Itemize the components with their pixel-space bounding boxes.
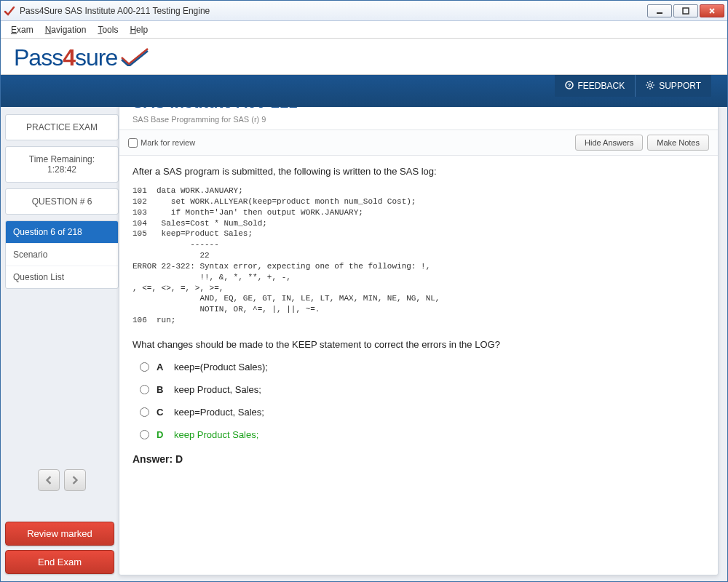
sidebar-nav-list: Question 6 of 218 Scenario Question List xyxy=(5,220,119,289)
option-c[interactable]: C keep=Product, Sales; xyxy=(140,407,705,418)
time-remaining-box: Time Remaining: 1:28:42 xyxy=(5,146,119,183)
menu-help[interactable]: Help xyxy=(125,23,152,36)
window-title: Pass4Sure SAS Institute A00-211 Testing … xyxy=(20,6,647,16)
question-panel: SAS Institute A00-211 SAS Base Programmi… xyxy=(119,107,719,575)
top-nav-bar: ? FEEDBACK SUPPORT xyxy=(1,75,727,107)
sidebar-item-question-progress[interactable]: Question 6 of 218 xyxy=(6,221,118,244)
question-number-box: QUESTION # 6 xyxy=(5,188,119,215)
sidebar-item-question-list[interactable]: Question List xyxy=(6,266,118,288)
support-button[interactable]: SUPPORT xyxy=(635,75,711,97)
svg-line-9 xyxy=(647,82,648,83)
close-button[interactable] xyxy=(700,4,724,17)
option-c-radio[interactable] xyxy=(140,407,149,417)
mark-for-review-checkbox[interactable] xyxy=(128,138,138,148)
brand-bar: Pass4sure xyxy=(1,39,727,75)
svg-line-11 xyxy=(647,87,648,87)
option-a-radio[interactable] xyxy=(140,362,149,372)
menu-exam[interactable]: Exam xyxy=(7,23,38,36)
end-exam-button[interactable]: End Exam xyxy=(5,550,114,574)
question-icon: ? xyxy=(565,81,574,92)
brand-check-icon xyxy=(120,47,149,68)
option-b[interactable]: B keep Product, Sales; xyxy=(140,384,705,395)
feedback-button[interactable]: ? FEEDBACK xyxy=(555,75,636,97)
option-d-radio[interactable] xyxy=(140,430,149,439)
svg-text:?: ? xyxy=(567,82,571,89)
code-block: 101 data WORK.JANUARY; 102 set WORK.ALLY… xyxy=(132,186,705,326)
option-a[interactable]: A keep=(Product Sales); xyxy=(140,362,705,372)
menu-navigation[interactable]: Navigation xyxy=(41,23,91,36)
maximize-button[interactable] xyxy=(673,4,698,17)
question-intro: After a SAS program is submitted, the fo… xyxy=(132,166,705,177)
svg-rect-1 xyxy=(683,8,689,14)
option-b-radio[interactable] xyxy=(140,385,149,394)
exam-subtitle: SAS Base Programming for SAS (r) 9 xyxy=(132,115,705,124)
brand-logo-text: Pass4sure xyxy=(14,44,117,71)
next-question-button[interactable] xyxy=(64,469,86,491)
menu-bar: Exam Navigation Tools Help xyxy=(1,21,727,39)
option-d[interactable]: D keep Product Sales; xyxy=(140,429,705,440)
svg-point-4 xyxy=(649,84,652,87)
menu-tools[interactable]: Tools xyxy=(93,23,122,36)
mark-for-review[interactable]: Mark for review xyxy=(128,138,195,148)
gear-icon xyxy=(646,81,654,92)
practice-exam-box: PRACTICE EXAM xyxy=(5,114,119,140)
svg-line-10 xyxy=(652,87,653,87)
minimize-button[interactable] xyxy=(647,4,672,17)
svg-rect-0 xyxy=(657,12,662,14)
question-prompt: What changes should be made to the KEEP … xyxy=(132,339,705,350)
window-titlebar: Pass4Sure SAS Institute A00-211 Testing … xyxy=(1,1,727,21)
answer-reveal: Answer: D xyxy=(132,453,705,465)
hide-answers-button[interactable]: Hide Answers xyxy=(575,135,643,151)
answer-options: A keep=(Product Sales); B keep Product, … xyxy=(140,362,705,440)
make-notes-button[interactable]: Make Notes xyxy=(647,135,709,151)
svg-line-12 xyxy=(652,82,653,83)
sidebar: PRACTICE EXAM Time Remaining: 1:28:42 QU… xyxy=(1,107,119,581)
review-marked-button[interactable]: Review marked xyxy=(5,522,114,546)
exam-title: SAS Institute A00-211 xyxy=(132,107,705,112)
sidebar-item-scenario[interactable]: Scenario xyxy=(6,244,118,266)
app-icon xyxy=(4,5,15,17)
prev-question-button[interactable] xyxy=(38,469,60,491)
